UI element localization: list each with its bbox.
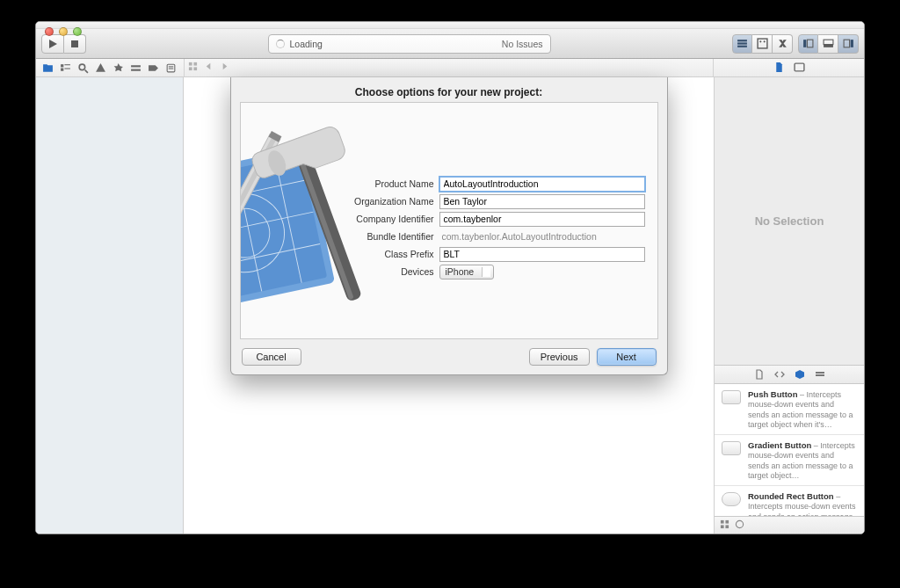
- svg-rect-3: [737, 46, 747, 47]
- devices-select[interactable]: iPhone ▴▾: [439, 265, 494, 279]
- filter-icon[interactable]: [735, 519, 744, 531]
- code-snippet-library-icon[interactable]: [773, 368, 786, 381]
- sheet-footer: Cancel Previous Next: [231, 339, 667, 374]
- svg-rect-0: [71, 40, 78, 47]
- label-bundle-id: Bundle Identifier: [336, 231, 439, 242]
- status-text: Loading: [290, 39, 323, 49]
- object-library-icon[interactable]: [794, 368, 806, 381]
- svg-point-6: [763, 40, 765, 42]
- label-org-name: Organization Name: [336, 196, 439, 207]
- zoom-icon[interactable]: [73, 27, 82, 36]
- svg-rect-46: [816, 372, 824, 374]
- svg-rect-25: [189, 67, 192, 70]
- spinner-icon: [276, 40, 285, 48]
- log-navigator-icon[interactable]: [164, 62, 177, 74]
- symbol-navigator-icon[interactable]: [59, 62, 71, 74]
- run-button[interactable]: [41, 34, 64, 54]
- inspector-empty: No Selection: [715, 77, 864, 365]
- next-button[interactable]: Next: [597, 348, 657, 366]
- svg-rect-2: [737, 42, 747, 44]
- show-utilities-button[interactable]: [838, 34, 859, 54]
- svg-rect-13: [61, 64, 63, 67]
- bundle-identifier-value: com.taybenlor.AutoLayoutIntroduction: [439, 231, 645, 242]
- svg-rect-47: [816, 374, 824, 376]
- project-options-form: Product Name Organization Name Company I…: [336, 175, 645, 280]
- file-template-library-icon[interactable]: [753, 368, 766, 381]
- show-debug-button[interactable]: [818, 34, 838, 54]
- issue-navigator-icon[interactable]: [94, 62, 106, 74]
- back-icon[interactable]: [204, 62, 216, 74]
- company-identifier-field[interactable]: [439, 212, 645, 227]
- version-editor-button[interactable]: [773, 34, 793, 54]
- list-item[interactable]: Push Button – Intercepts mouse-down even…: [715, 384, 864, 435]
- sheet-title: Choose options for your new project:: [231, 77, 667, 102]
- svg-rect-8: [807, 40, 813, 47]
- close-icon[interactable]: [45, 27, 54, 36]
- quickhelp-inspector-icon[interactable]: [794, 62, 805, 75]
- svg-rect-26: [193, 67, 197, 70]
- label-company-id: Company Identifier: [336, 214, 439, 224]
- issues-text: No Issues: [502, 39, 543, 49]
- svg-rect-27: [795, 63, 804, 71]
- forward-icon[interactable]: [220, 62, 232, 74]
- svg-rect-22: [168, 68, 172, 69]
- standard-editor-button[interactable]: [732, 34, 752, 54]
- find-navigator-icon[interactable]: [76, 62, 89, 74]
- minimize-icon[interactable]: [59, 27, 68, 36]
- library-footer: [715, 516, 864, 534]
- titlebar: [36, 22, 864, 29]
- label-devices: Devices: [336, 266, 439, 277]
- svg-rect-4: [758, 39, 767, 48]
- previous-button[interactable]: Previous: [529, 348, 590, 366]
- assistant-editor-button[interactable]: [752, 34, 773, 54]
- navigator-tabs-bar: [36, 59, 864, 77]
- list-item[interactable]: Rounded Rect Button – Intercepts mouse-d…: [715, 486, 864, 516]
- cancel-button[interactable]: Cancel: [242, 348, 301, 366]
- stop-button[interactable]: [64, 34, 86, 54]
- show-navigator-button[interactable]: [798, 34, 818, 54]
- navigator-panel: [36, 77, 184, 534]
- breakpoint-navigator-icon[interactable]: [147, 62, 159, 74]
- toolbar: Loading No Issues: [36, 29, 864, 59]
- svg-rect-19: [131, 69, 141, 70]
- window-controls: [45, 27, 82, 36]
- svg-rect-49: [725, 520, 729, 524]
- xcode-window: Loading No Issues: [35, 21, 865, 534]
- gradient-button-icon: [722, 441, 741, 455]
- svg-rect-15: [61, 68, 63, 70]
- svg-point-5: [759, 40, 761, 42]
- svg-rect-23: [189, 62, 192, 66]
- related-items-icon[interactable]: [188, 62, 200, 74]
- class-prefix-field[interactable]: [439, 247, 645, 262]
- file-inspector-icon[interactable]: [773, 62, 785, 75]
- svg-rect-48: [721, 520, 724, 524]
- test-navigator-icon[interactable]: [112, 62, 124, 74]
- svg-rect-1: [737, 40, 747, 41]
- push-button-icon: [722, 390, 741, 404]
- project-navigator-icon[interactable]: [41, 62, 54, 74]
- svg-rect-51: [725, 525, 729, 528]
- new-project-sheet: Choose options for your new project:: [230, 77, 668, 375]
- svg-rect-16: [64, 68, 70, 69]
- organization-name-field[interactable]: [439, 194, 645, 209]
- svg-rect-9: [824, 40, 833, 44]
- svg-rect-14: [64, 64, 70, 65]
- editor-area: Choose options for your new project:: [184, 77, 714, 534]
- editor-mode-segment: [732, 34, 793, 54]
- chevron-updown-icon: ▴▾: [486, 268, 490, 277]
- svg-rect-18: [131, 65, 141, 67]
- label-class-prefix: Class Prefix: [336, 249, 439, 259]
- svg-rect-12: [850, 40, 853, 47]
- rounded-rect-button-icon: [722, 492, 741, 506]
- svg-point-17: [79, 64, 85, 70]
- debug-navigator-icon[interactable]: [129, 62, 142, 74]
- product-name-field[interactable]: [439, 177, 645, 192]
- sheet-body: Product Name Organization Name Company I…: [240, 102, 658, 339]
- list-item[interactable]: Gradient Button – Intercepts mouse-down …: [715, 435, 864, 486]
- object-library[interactable]: Push Button – Intercepts mouse-down even…: [715, 384, 864, 516]
- media-library-icon[interactable]: [814, 368, 826, 381]
- svg-point-52: [736, 520, 743, 527]
- activity-viewer: Loading No Issues: [268, 34, 551, 54]
- view-segment: [798, 34, 859, 54]
- grid-view-icon[interactable]: [720, 519, 729, 531]
